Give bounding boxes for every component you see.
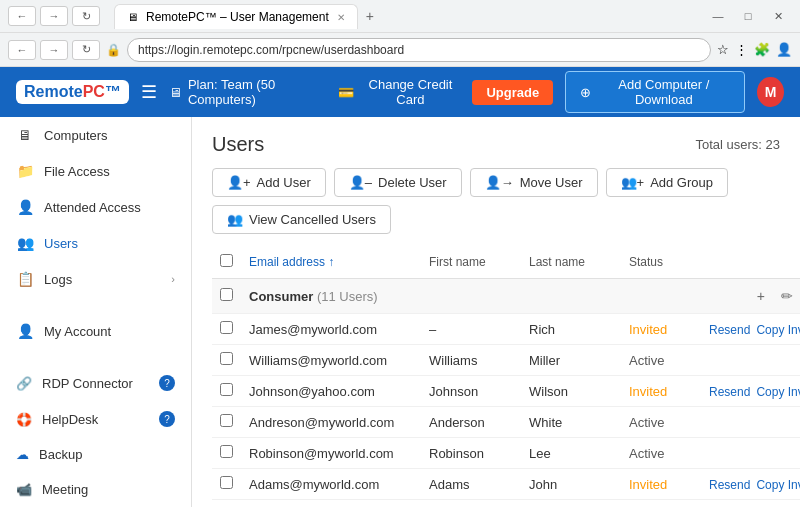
bookmark-icon[interactable]: ☆ [717, 42, 729, 57]
credit-card-button[interactable]: 💳 Change Credit Card [338, 77, 460, 107]
firstname-column-header: First name [421, 246, 521, 279]
select-all-header [212, 246, 241, 279]
sidebar-item-logs[interactable]: 📋 Logs › [0, 261, 191, 297]
lastname-cell: Rich [521, 314, 621, 345]
close-window-button[interactable]: ✕ [764, 6, 792, 26]
group-name-cell: Consumer (11 Users) [241, 279, 621, 314]
table-header-row: Email address First name Last name Statu… [212, 246, 800, 279]
lastname-cell: Lee [521, 438, 621, 469]
row-checkbox-cell [212, 500, 241, 508]
sidebar-item-users[interactable]: 👥 Users [0, 225, 191, 261]
row-checkbox-cell [212, 376, 241, 407]
email-cell: Alexander@myworld.com [241, 500, 421, 508]
lastname-column-header: Last name [521, 246, 621, 279]
users-icon: 👥 [16, 235, 34, 251]
status-badge: Active [629, 446, 664, 461]
new-tab-button[interactable]: + [358, 3, 382, 29]
group-checkbox[interactable] [220, 288, 233, 301]
sidebar-item-my-account[interactable]: 👤 My Account [0, 313, 191, 349]
delete-user-button[interactable]: 👤– Delete User [334, 168, 462, 197]
refresh-button[interactable]: ↻ [72, 6, 100, 26]
email-cell: Williams@myworld.com [241, 345, 421, 376]
total-users-count: Total users: 23 [695, 137, 780, 152]
row-checkbox[interactable] [220, 476, 233, 489]
status-badge: Invited [629, 322, 667, 337]
table-wrapper: Email address First name Last name Statu… [212, 246, 780, 507]
users-table: Email address First name Last name Statu… [212, 246, 800, 507]
firstname-cell: Adams [421, 469, 521, 500]
sidebar-item-backup[interactable]: ☁ Backup [0, 437, 191, 472]
resend-link[interactable]: Resend [709, 323, 750, 337]
group-header-row: Consumer (11 Users) + ✏ 🗑 ∧ [212, 279, 800, 314]
row-actions-cell: ResendCopy Invitation [701, 376, 800, 407]
sidebar-backup-label: Backup [39, 447, 82, 462]
sidebar-item-helpdesk[interactable]: 🛟 HelpDesk ? [0, 401, 191, 437]
address-bar-input[interactable] [127, 38, 711, 62]
copy-invitation-link[interactable]: Copy Invitation [756, 323, 800, 337]
sidebar-item-file-access[interactable]: 📁 File Access [0, 153, 191, 189]
table-row: Robinson@myworld.com Robinson Lee Active [212, 438, 800, 469]
extensions-icon[interactable]: 🧩 [754, 42, 770, 57]
sidebar-item-rdp-connector[interactable]: 🔗 RDP Connector ? [0, 365, 191, 401]
status-cell: Invited [621, 376, 701, 407]
sidebar-item-meeting[interactable]: 📹 Meeting [0, 472, 191, 507]
hamburger-menu[interactable]: ☰ [141, 81, 157, 103]
minimize-button[interactable]: — [704, 6, 732, 26]
row-actions-cell: ResendCopy Invitation [701, 314, 800, 345]
helpdesk-help-badge[interactable]: ? [159, 411, 175, 427]
row-checkbox-cell [212, 345, 241, 376]
copy-invitation-link[interactable]: Copy Invitation [756, 478, 800, 492]
add-computer-button[interactable]: ⊕ Add Computer / Download [565, 71, 745, 113]
row-checkbox[interactable] [220, 383, 233, 396]
row-actions-cell [701, 438, 800, 469]
resend-link[interactable]: Resend [709, 385, 750, 399]
status-cell: Active [621, 438, 701, 469]
email-cell: Robinson@myworld.com [241, 438, 421, 469]
sidebar-item-computers[interactable]: 🖥 Computers [0, 117, 191, 153]
add-user-button[interactable]: 👤+ Add User [212, 168, 326, 197]
group-edit-btn[interactable]: ✏ [777, 286, 797, 306]
email-cell: Johnson@yahoo.com [241, 376, 421, 407]
firstname-cell: Alex [421, 500, 521, 508]
add-group-button[interactable]: 👥+ Add Group [606, 168, 728, 197]
move-user-button[interactable]: 👤→ Move User [470, 168, 598, 197]
tab-close-button[interactable]: ✕ [337, 12, 345, 23]
browser-tab[interactable]: 🖥 RemotePC™ – User Management ✕ [114, 4, 358, 29]
copy-invitation-link[interactable]: Copy Invitation [756, 385, 800, 399]
rdp-help-badge[interactable]: ? [159, 375, 175, 391]
sidebar-item-attended-access[interactable]: 👤 Attended Access [0, 189, 191, 225]
select-all-checkbox[interactable] [220, 254, 233, 267]
back-button[interactable]: ← [8, 6, 36, 26]
add-user-icon: 👤+ [227, 175, 251, 190]
row-checkbox-cell [212, 438, 241, 469]
maximize-button[interactable]: □ [734, 6, 762, 26]
row-checkbox[interactable] [220, 414, 233, 427]
row-checkbox[interactable] [220, 352, 233, 365]
row-checkbox[interactable] [220, 321, 233, 334]
table-row: Williams@myworld.com Williams Miller Act… [212, 345, 800, 376]
view-cancelled-icon: 👥 [227, 212, 243, 227]
forward-nav-button[interactable]: → [40, 40, 68, 60]
email-column-header[interactable]: Email address [241, 246, 421, 279]
upgrade-button[interactable]: Upgrade [472, 80, 553, 105]
sidebar-rdp-connector-label: RDP Connector [42, 376, 133, 391]
logs-icon: 📋 [16, 271, 34, 287]
user-avatar[interactable]: M [757, 77, 784, 107]
row-actions-cell [701, 345, 800, 376]
sidebar-logs-label: Logs [44, 272, 72, 287]
row-checkbox[interactable] [220, 445, 233, 458]
plan-icon: 🖥 [169, 85, 182, 100]
table-row: Andreson@myworld.com Anderson White Acti… [212, 407, 800, 438]
back-nav-button[interactable]: ← [8, 40, 36, 60]
forward-button[interactable]: → [40, 6, 68, 26]
add-user-label: Add User [257, 175, 311, 190]
profile-icon[interactable]: 👤 [776, 42, 792, 57]
lastname-cell: Jack [521, 500, 621, 508]
resend-link[interactable]: Resend [709, 478, 750, 492]
view-cancelled-button[interactable]: 👥 View Cancelled Users [212, 205, 391, 234]
row-checkbox-cell [212, 314, 241, 345]
menu-icon[interactable]: ⋮ [735, 42, 748, 57]
group-add-user-btn[interactable]: + [753, 286, 769, 306]
refresh-nav-button[interactable]: ↻ [72, 40, 100, 60]
status-badge: Active [629, 415, 664, 430]
